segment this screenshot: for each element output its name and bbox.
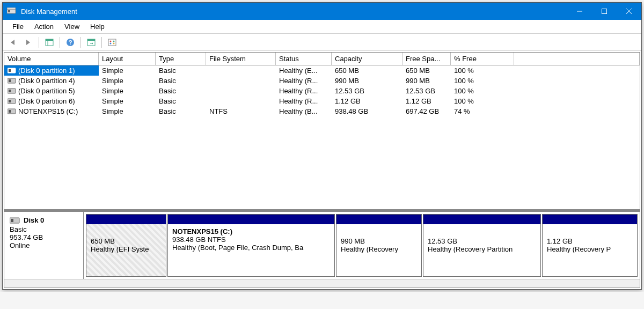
partition-stripe [423,215,540,224]
partition-block[interactable]: 990 MBHealthy (Recovery [336,214,422,277]
svg-rect-4 [602,9,607,14]
disk-graphical-panel: Disk 0 Basic 953.74 GB Online 650 MBHeal… [4,209,640,279]
svg-rect-13 [87,39,95,41]
partition-body: 990 MBHealthy (Recovery [336,224,421,276]
partition-body: 12.53 GBHealthy (Recovery Partition [423,224,540,276]
maximize-button[interactable] [592,3,617,20]
menubar: File Action View Help [3,20,641,34]
volume-row[interactable]: (Disk 0 partition 4)SimpleBasicHealthy (… [4,76,640,86]
volume-row[interactable]: NOTENXPS15 (C:)SimpleBasicNTFSHealthy (B… [4,106,640,116]
volume-type: Basic [156,106,206,116]
menu-help[interactable]: Help [85,21,110,32]
header-volume[interactable]: Volume [4,53,99,65]
partition-block[interactable]: NOTENXPS15 (C:)938.48 GB NTFSHealthy (Bo… [167,214,335,277]
partition-stripe [86,215,166,224]
show-hide-tree-button[interactable] [43,36,56,49]
volumes-table[interactable]: Volume Layout Type File System Status Ca… [4,53,640,209]
header-status[interactable]: Status [276,53,332,65]
menu-view[interactable]: View [59,21,85,32]
volume-free: 12.53 GB [402,86,451,96]
partition-health: Healthy (Boot, Page File, Crash Dump, Ba [172,244,330,252]
partitions-row: 650 MBHealthy (EFI SysteNOTENXPS15 (C:)9… [84,212,640,279]
titlebar[interactable]: Disk Management [3,3,641,20]
header-capacity[interactable]: Capacity [332,53,402,65]
volume-name: (Disk 0 partition 1) [4,65,99,76]
partition-body: NOTENXPS15 (C:)938.48 GB NTFSHealthy (Bo… [168,224,334,276]
partition-block[interactable]: 1.12 GBHealthy (Recovery P [542,214,638,277]
volume-free: 697.42 GB [402,106,451,116]
settings-button[interactable] [106,36,119,49]
volume-icon [8,98,16,105]
volume-capacity: 1.12 GB [332,96,402,106]
volume-capacity: 938.48 GB [332,106,402,116]
disk-name: Disk 0 [24,216,44,224]
volume-type: Basic [156,96,206,106]
volume-icon [8,108,16,115]
partition-health: Healthy (Recovery P [547,245,633,253]
header-layout[interactable]: Layout [99,53,156,65]
minimize-button[interactable] [567,3,592,20]
volume-icon [8,78,16,84]
header-pct-free[interactable]: % Free [451,53,514,65]
toolbar-separator [39,37,39,48]
volume-free: 990 MB [402,76,451,86]
volume-row[interactable]: (Disk 0 partition 5)SimpleBasicHealthy (… [4,86,640,96]
app-icon [7,7,17,16]
volume-layout: Simple [99,96,156,106]
volume-pct-free: 100 % [451,96,514,106]
partition-body: 650 MBHealthy (EFI Syste [86,224,166,276]
partition-size: 1.12 GB [547,237,633,245]
svg-rect-14 [108,39,116,46]
svg-point-16 [113,40,115,42]
partition-body: 1.12 GBHealthy (Recovery P [543,224,637,276]
volume-layout: Simple [99,65,156,76]
menu-action[interactable]: Action [29,21,59,32]
volume-filesystem [206,90,276,92]
refresh-button[interactable] [85,36,98,49]
menu-file[interactable]: File [7,21,29,32]
volume-layout: Simple [99,86,156,96]
volume-name: NOTENXPS15 (C:) [4,106,99,116]
disk-management-window: Disk Management File Action View Help ? … [2,2,642,290]
partition-health: Healthy (Recovery [341,245,417,253]
partition-size: 12.53 GB [428,237,536,245]
volume-status: Healthy (E... [276,65,332,76]
nav-back-button[interactable] [7,36,20,49]
partition-stripe [543,215,637,224]
svg-text:?: ? [69,39,72,46]
help-button[interactable]: ? [64,36,77,49]
svg-rect-26 [9,100,11,102]
disk-type: Basic [10,225,78,233]
nav-forward-button[interactable] [22,36,35,49]
volume-capacity: 12.53 GB [332,86,402,96]
toolbar-separator [80,37,81,48]
partition-name: NOTENXPS15 (C:) [172,227,330,236]
partition-size: 990 MB [341,237,417,245]
volumes-header: Volume Layout Type File System Status Ca… [4,53,640,65]
partition-block[interactable]: 650 MBHealthy (EFI Syste [86,214,166,277]
volume-icon [8,68,16,74]
partition-block[interactable]: 12.53 GBHealthy (Recovery Partition [423,214,541,277]
volume-filesystem [206,100,276,102]
volume-free: 1.12 GB [402,96,451,106]
volume-name: (Disk 0 partition 5) [4,86,99,96]
volume-status: Healthy (R... [276,76,332,86]
header-blank[interactable] [514,53,640,65]
disk-info[interactable]: Disk 0 Basic 953.74 GB Online [4,212,84,279]
svg-rect-20 [9,69,11,72]
svg-point-15 [110,40,112,42]
toolbar-separator [101,37,102,48]
header-free-space[interactable]: Free Spa... [402,53,451,65]
header-filesystem[interactable]: File System [206,53,276,65]
svg-rect-8 [46,39,53,41]
volume-row[interactable]: (Disk 0 partition 6)SimpleBasicHealthy (… [4,96,640,106]
header-type[interactable]: Type [156,53,206,65]
partition-size: 938.48 GB NTFS [172,236,330,244]
volume-type: Basic [156,76,206,86]
volume-pct-free: 100 % [451,86,514,96]
partition-size: 650 MB [91,237,162,245]
close-button[interactable] [617,3,641,20]
volume-filesystem [206,70,276,72]
volume-row[interactable]: (Disk 0 partition 1)SimpleBasicHealthy (… [4,65,640,76]
disk-capacity: 953.74 GB [10,233,78,241]
